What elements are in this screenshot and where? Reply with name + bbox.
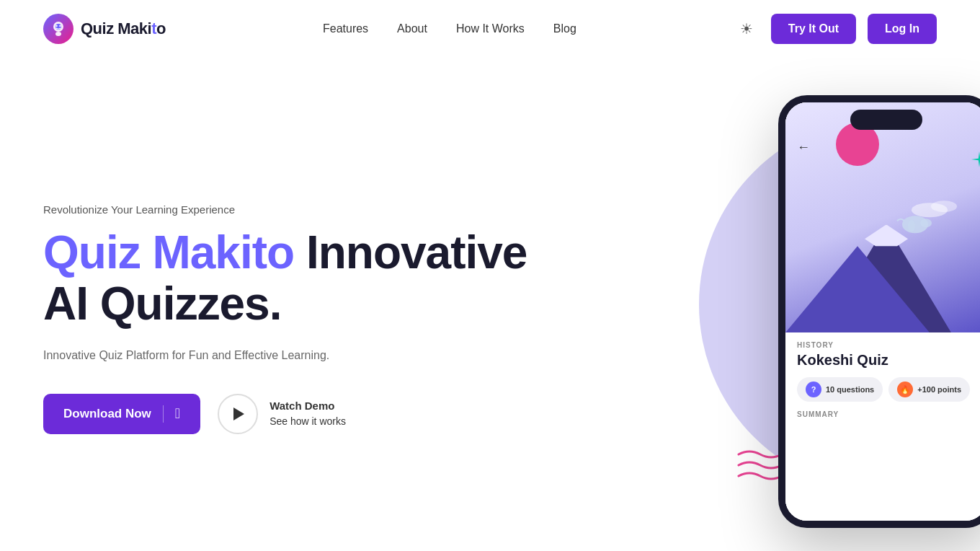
theme-toggle-button[interactable]: ☀ [734,16,760,42]
hero-left: Revolutionize Your Learning Experience Q… [43,203,535,433]
points-icon: 🔥 [897,382,913,397]
hero-actions: Download Now  Watch Demo See how it wor… [43,394,535,434]
hero-description: Innovative Quiz Platform for Fun and Eff… [43,346,389,365]
download-label: Download Now [63,407,151,421]
nav-right: ☀ Try It Out Log In [734,14,937,44]
svg-point-3 [55,25,57,27]
hero-title-rest: Innovative [294,226,527,278]
hero-title-line2: AI Quizzes. [43,278,281,330]
logo[interactable]: Quiz Makito [43,14,166,44]
quiz-title: Kokeshi Quiz [797,352,976,369]
questions-text: 10 questions [826,385,874,394]
back-arrow-icon: ← [797,140,810,155]
sparkle-icon-small [971,151,980,170]
history-label: HISTORY [797,341,976,349]
nav-features[interactable]: Features [323,22,368,35]
phone-notch [850,110,922,130]
svg-point-12 [931,200,957,212]
watch-demo[interactable]: Watch Demo See how it works [218,394,346,434]
watch-demo-sublabel: See how it works [270,414,346,429]
phone-mockup: ← [778,95,980,528]
watch-demo-text: Watch Demo See how it works [270,398,346,430]
logo-text: Quiz Makito [81,19,166,38]
download-now-button[interactable]: Download Now  [43,394,200,434]
logo-icon [43,14,74,44]
play-triangle-icon [233,407,244,420]
svg-rect-2 [55,32,61,36]
quiz-stats: ? 10 questions 🔥 +100 points [797,377,976,402]
svg-point-9 [920,219,932,227]
hero-section: Revolutionize Your Learning Experience Q… [0,58,980,551]
points-text: +100 points [917,385,961,394]
hero-title: Quiz Makito Innovative AI Quizzes. [43,227,535,329]
play-button[interactable] [218,394,258,434]
hero-subtitle: Revolutionize Your Learning Experience [43,203,535,216]
nav-how-it-works[interactable]: How It Works [456,22,525,35]
phone-illustration: ← [785,102,980,332]
svg-point-10 [908,220,915,232]
stat-questions: ? 10 questions [797,377,883,402]
phone-content: HISTORY Kokeshi Quiz ? 10 questions 🔥 +1… [785,332,980,521]
svg-marker-7 [865,224,908,246]
nav-about[interactable]: About [397,22,427,35]
hero-title-brand: Quiz Makito [43,226,294,278]
summary-label: SUMMARY [797,410,976,418]
question-icon: ? [806,382,821,397]
mountain-illustration [785,149,980,332]
stat-points: 🔥 +100 points [888,377,970,402]
log-in-button[interactable]: Log In [868,14,937,44]
button-divider [163,405,164,423]
watch-demo-label: Watch Demo [270,398,346,415]
hero-right: ← [778,58,980,551]
nav-blog[interactable]: Blog [553,22,576,35]
phone-frame: ← [778,95,980,528]
navbar: Quiz Makito Features About How It Works … [0,0,980,58]
svg-point-4 [59,25,61,27]
phone-screen: ← [785,102,980,521]
apple-icon:  [175,405,180,422]
try-it-out-button[interactable]: Try It Out [771,14,856,44]
nav-links: Features About How It Works Blog [323,22,576,35]
